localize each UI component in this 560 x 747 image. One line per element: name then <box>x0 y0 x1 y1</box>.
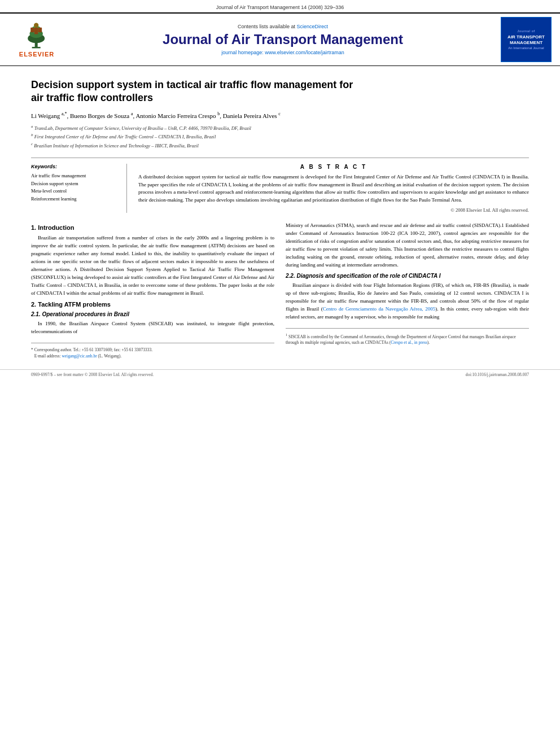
affil-a: a TransLab, Department of Computer Scien… <box>31 124 529 132</box>
elsevier-text: ELSEVIER <box>19 51 54 58</box>
keywords-column: Keywords: Air traffic flow management De… <box>31 164 127 213</box>
svg-rect-8 <box>38 28 42 32</box>
main-content: Decision support system in tactical air … <box>0 66 560 366</box>
keyword-4: Reinforcement learning <box>31 195 119 203</box>
keyword-1: Air traffic flow management <box>31 172 119 180</box>
sciencedirect-link[interactable]: ScienceDirect <box>297 24 329 29</box>
badge-subtitle: An International Journal <box>508 46 544 50</box>
elsevier-tree-icon <box>17 21 56 50</box>
abstract-section: Keywords: Air traffic flow management De… <box>31 158 529 213</box>
badge-title: AIR TRANSPORTMANAGEMENT <box>508 34 545 45</box>
top-reference: Journal of Air Transport Management 14 (… <box>0 0 560 12</box>
header-logo-right: Journal of AIR TRANSPORTMANAGEMENT An In… <box>498 17 554 62</box>
bottom-info: 0969-6997/$ – see front matter © 2008 El… <box>0 369 560 379</box>
journal-header: ELSEVIER Contents lists available at Sci… <box>0 12 560 66</box>
ref-link-cgna[interactable]: Centro de Gerenciamento da Navegação Aér… <box>323 306 435 312</box>
keywords-title: Keywords: <box>31 164 119 169</box>
affil-sup-a: a,* <box>62 111 67 116</box>
subsection-21-heading: 2.1. Operational procedures in Brazil <box>31 311 274 317</box>
doi-info: doi:10.1016/j.jairtraman.2008.08.007 <box>466 372 529 377</box>
right-intro-paragraph: Ministry of Aeronautics (STMA), search a… <box>286 222 529 269</box>
affil-sup-a2: a <box>131 111 133 116</box>
abstract-heading: A B S T R A C T <box>138 164 529 170</box>
subsec21-paragraph: In 1990, the Brazilian Airspace Control … <box>31 320 274 336</box>
page-container: Journal of Air Transport Management 14 (… <box>0 0 560 379</box>
copyright-line: © 2008 Elsevier Ltd. All rights reserved… <box>138 207 529 213</box>
intro-paragraph: Brazilian air transportation suffered fr… <box>31 234 274 298</box>
subsection-22-heading: 2.2. Diagnosis and specification of the … <box>286 273 529 279</box>
footnote-star: * Corresponding author. Tel.: +55 61 330… <box>31 347 274 360</box>
svg-rect-6 <box>34 28 38 34</box>
elsevier-graphic: ELSEVIER <box>8 20 65 59</box>
badge-label: Journal of <box>517 29 535 33</box>
email-link[interactable]: weigang@cic.unb.br <box>62 353 97 359</box>
right-column: Ministry of Aeronautics (STMA), search a… <box>286 222 529 359</box>
svg-rect-7 <box>30 28 34 32</box>
abstract-column: A B S T R A C T A distributed decision s… <box>138 164 529 213</box>
right-footnote-area: 1 SISCEAB is controlled by the Command o… <box>286 328 529 346</box>
svg-point-5 <box>34 23 38 28</box>
journal-reference-text: Journal of Air Transport Management 14 (… <box>216 5 344 10</box>
section-1-heading: 1. Introduction <box>31 224 274 231</box>
affil-c: c Brazilian Institute of Information in … <box>31 141 529 150</box>
sciencedirect-line: Contents lists available at ScienceDirec… <box>73 24 492 29</box>
left-footnote-area: * Corresponding author. Tel.: +55 61 330… <box>31 343 274 360</box>
journal-badge: Journal of AIR TRANSPORTMANAGEMENT An In… <box>501 17 552 62</box>
body-columns: 1. Introduction Brazilian air transporta… <box>31 222 529 359</box>
issn-info: 0969-6997/$ – see front matter © 2008 El… <box>31 372 154 377</box>
abstract-text: A distributed decision support system fo… <box>138 173 529 204</box>
affil-sup-b: b <box>217 111 220 116</box>
left-column: 1. Introduction Brazilian air transporta… <box>31 222 274 359</box>
sec22-paragraph: Brazilian airspace is divided with four … <box>286 282 529 321</box>
article-title: Decision support system in tactical air … <box>31 78 529 105</box>
section-2-heading: 2. Tackling ATFM problems <box>31 301 274 308</box>
journal-main-title: Journal of Air Transport Management <box>73 32 492 48</box>
affiliations: a TransLab, Department of Computer Scien… <box>31 124 529 150</box>
ref-link-crespo[interactable]: Crespo et al., in press <box>391 340 427 345</box>
keyword-3: Meta-level control <box>31 187 119 195</box>
header-center: Contents lists available at ScienceDirec… <box>68 24 498 56</box>
affil-sup-c: c <box>278 111 281 116</box>
authors-line: Li Weigang a,*, Bueno Borges de Souza a,… <box>31 111 529 120</box>
keyword-2: Decision support system <box>31 180 119 188</box>
elsevier-logo-left: ELSEVIER <box>6 20 68 59</box>
journal-homepage: journal homepage: www.elsevier.com/locat… <box>73 50 492 55</box>
svg-rect-1 <box>32 47 41 49</box>
affil-b: b First Integrated Center of Air Defense… <box>31 132 529 141</box>
footnote-1: 1 SISCEAB is controlled by the Command o… <box>286 332 529 346</box>
